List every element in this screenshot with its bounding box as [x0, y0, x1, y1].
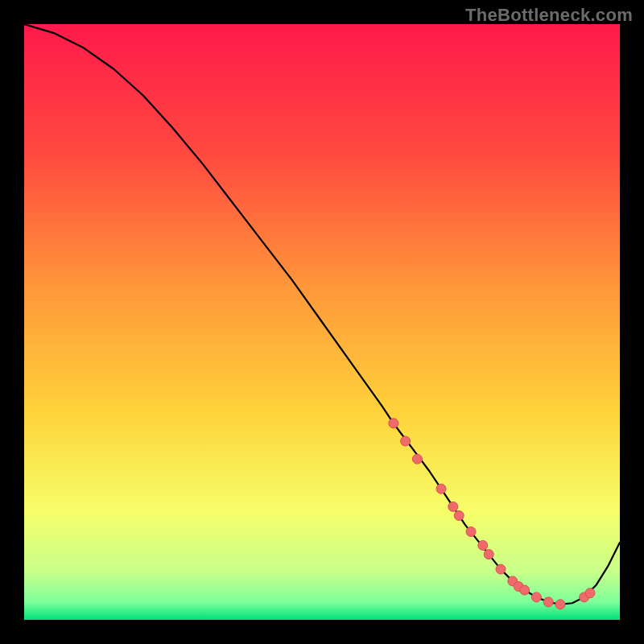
chart-svg [24, 24, 620, 620]
curve-marker [531, 592, 541, 602]
curve-marker [436, 484, 446, 493]
curve-marker [412, 454, 422, 464]
curve-marker [454, 511, 464, 521]
curve-marker [448, 502, 458, 511]
curve-marker [478, 541, 488, 551]
curve-marker [466, 526, 476, 536]
curve-marker [543, 597, 553, 607]
chart-stage: TheBottleneck.com [0, 0, 644, 644]
curve-marker [520, 585, 530, 595]
curve-marker [585, 588, 595, 598]
watermark-text: TheBottleneck.com [465, 5, 633, 26]
curve-marker [389, 419, 398, 428]
curve-marker [555, 600, 565, 609]
curve-marker [496, 564, 506, 574]
curve-marker [484, 550, 493, 559]
curve-marker [401, 436, 411, 446]
plot-area [24, 24, 620, 620]
